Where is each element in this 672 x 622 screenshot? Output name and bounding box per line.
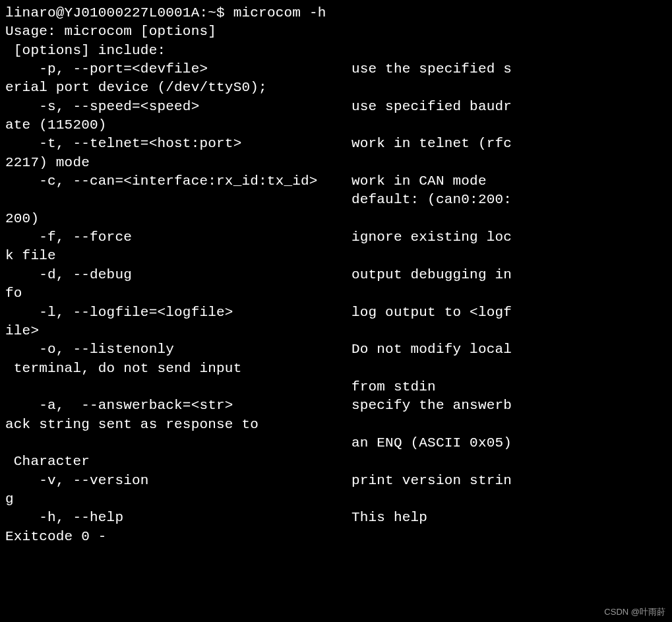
output-line: ack string sent as response to [5,417,259,432]
output-line: -a, --answerback=<str> specify the answe… [5,398,512,413]
terminal-output[interactable]: linaro@YJ01000227L0001A:~$ microcom -h U… [5,4,667,546]
output-line: ile> [5,323,39,338]
output-line: default: (can0:200: [5,192,512,207]
watermark-text: CSDN @叶雨莳 [604,606,665,618]
output-line: 200) [5,211,39,226]
output-line: g [5,491,14,507]
output-line: -t, --telnet=<host:port> work in telnet … [5,136,512,151]
output-line: Usage: microcom [options] [5,24,216,39]
output-line: 2217) mode [5,155,90,170]
output-line: an ENQ (ASCII 0x05) [5,435,512,451]
output-line: terminal, do not send input [5,361,241,376]
output-line: k file [5,248,56,263]
output-line: -s, --speed=<speed> use specified baudr [5,99,512,114]
output-line: [options] include: [5,43,166,58]
output-line: -p, --port=<devfile> use the specified s [5,61,512,77]
output-line: fo [5,286,22,301]
command-text: microcom -h [233,5,326,20]
output-line: Exitcode 0 - [5,529,107,544]
output-line: -o, --listenonly Do not modify local [5,342,512,357]
shell-prompt: linaro@YJ01000227L0001A:~$ microcom -h [5,5,326,20]
output-line: -h, --help This help [5,510,427,525]
prompt-text: linaro@YJ01000227L0001A:~$ [5,5,225,20]
output-line: -c, --can=<interface:rx_id:tx_id> work i… [5,173,487,189]
output-line: -v, --version print version strin [5,473,512,488]
output-line: erial port device (/dev/ttyS0); [5,80,267,95]
output-line: from stdin [5,379,436,394]
output-line: -l, --logfile=<logfile> log output to <l… [5,305,512,320]
output-line: ate (115200) [5,117,107,133]
output-line: -d, --debug output debugging in [5,267,512,282]
output-line: Character [5,454,90,469]
output-line: -f, --force ignore existing loc [5,230,512,245]
